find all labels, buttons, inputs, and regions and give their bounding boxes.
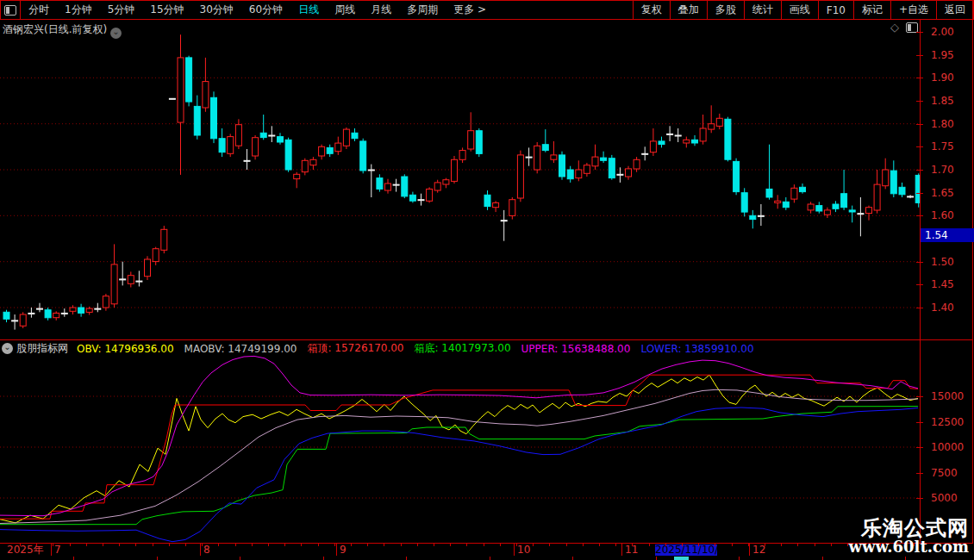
candle	[228, 134, 234, 157]
period-item-多周期[interactable]: 多周期	[399, 3, 446, 17]
candle	[169, 98, 175, 99]
period-item-周线[interactable]: 周线	[327, 3, 363, 17]
indicator-field-MAOBV: MAOBV: 14749199.00	[184, 343, 297, 355]
candle	[642, 146, 648, 160]
candle	[684, 137, 690, 148]
candle	[766, 145, 772, 200]
period-item-30分钟[interactable]: 30分钟	[192, 3, 241, 17]
date-minor-tick	[583, 544, 584, 546]
period-item-1分钟[interactable]: 1分钟	[57, 3, 100, 17]
tool-item-画线[interactable]: 画线	[781, 1, 818, 19]
indicator-collapse-icon[interactable]: ⌄	[2, 343, 13, 354]
strip-tick	[490, 557, 490, 560]
price-tick-mark	[916, 170, 923, 171]
date-axis[interactable]: 2025年 2025/11/10/— 789101112	[0, 543, 973, 557]
period-item-60分钟[interactable]: 60分钟	[241, 3, 290, 17]
candle	[393, 179, 399, 192]
date-minor-tick	[252, 544, 253, 546]
candle	[244, 149, 250, 170]
date-minor-tick	[450, 544, 451, 546]
obv-indicator-chart[interactable]	[0, 340, 920, 543]
period-item-日线[interactable]: 日线	[290, 3, 327, 17]
candle	[824, 208, 830, 218]
candle	[659, 137, 665, 148]
partial-text-fragment	[674, 557, 689, 560]
candle	[269, 126, 275, 142]
candle	[775, 195, 781, 208]
year-label: 2025年	[7, 544, 44, 556]
month-label-10: 10	[517, 544, 530, 556]
candle	[61, 308, 67, 317]
candlestick-chart[interactable]	[0, 19, 920, 339]
date-minor-tick	[169, 544, 170, 546]
watermark: 乐淘公式网 www.60lt.com	[849, 518, 969, 556]
upper-line	[0, 356, 918, 515]
indicator-field-箱顶: 箱顶: 15726170.00	[307, 341, 403, 356]
price-tick-label: 1.80	[931, 118, 971, 130]
indicator-field-OBV: OBV: 14796936.00	[77, 343, 174, 355]
candle	[833, 201, 839, 212]
tool-item-叠加[interactable]: 叠加	[670, 1, 707, 19]
tool-item-多股[interactable]: 多股	[707, 1, 744, 19]
candle	[476, 128, 482, 157]
date-minor-tick	[86, 544, 87, 546]
indicator-source-label: 股朋指标网	[16, 341, 68, 356]
chart-title: 酒钢宏兴(日线.前复权) ⌄	[3, 22, 122, 39]
candle	[20, 312, 26, 328]
collapse-chevron-icon[interactable]: ⌄	[110, 28, 122, 39]
candle	[161, 226, 167, 253]
candle	[883, 159, 889, 190]
candle	[78, 304, 84, 317]
candle	[95, 303, 101, 313]
date-minor-tick	[218, 544, 219, 546]
tool-item-复权[interactable]: 复权	[633, 1, 670, 19]
month-separator	[749, 544, 750, 556]
period-item-月线[interactable]: 月线	[363, 3, 399, 17]
candle	[45, 308, 51, 320]
candle	[890, 160, 896, 197]
candle	[783, 197, 789, 210]
price-tick-mark	[916, 284, 923, 285]
candle	[260, 115, 266, 140]
tool-item-+自选[interactable]: +自选	[890, 1, 936, 19]
candle	[153, 247, 159, 265]
candle	[294, 172, 300, 189]
candle	[145, 256, 151, 280]
candle	[452, 156, 458, 184]
panel-split-icon[interactable]	[906, 22, 918, 33]
date-minor-tick	[500, 544, 501, 546]
candle	[128, 271, 134, 287]
candle	[750, 210, 756, 228]
tool-item-返回[interactable]: 返回	[936, 1, 973, 19]
candle	[402, 174, 408, 198]
layout-toggle-button[interactable]	[1, 1, 21, 19]
candle	[849, 206, 855, 223]
indicator-tick-mark	[916, 396, 923, 397]
tool-item-标记[interactable]: 标记	[853, 1, 890, 19]
date-minor-tick	[682, 544, 683, 546]
period-item-更多 >[interactable]: 更多 >	[446, 3, 494, 17]
date-minor-tick	[549, 544, 550, 546]
candle	[592, 145, 598, 170]
indicator-field-箱底: 箱底: 14017973.00	[415, 341, 511, 356]
candle	[136, 271, 142, 286]
price-tick-mark	[916, 32, 923, 33]
period-item-分时[interactable]: 分时	[21, 3, 57, 17]
candle	[459, 147, 465, 163]
period-item-5分钟[interactable]: 5分钟	[100, 3, 143, 17]
candle	[874, 170, 880, 214]
period-menu: 分时1分钟5分钟15分钟30分钟60分钟日线周线月线多周期更多 >	[21, 3, 494, 17]
tool-item-F10[interactable]: F10	[818, 1, 853, 19]
tool-item-统计[interactable]: 统计	[744, 1, 781, 19]
diamond-marker-icon[interactable]: ◇	[890, 21, 899, 34]
candle	[509, 197, 515, 220]
date-minor-tick	[732, 544, 733, 546]
month-label-9: 9	[340, 544, 347, 556]
strip-tick	[822, 557, 823, 560]
selected-date-badge: 2025/11/10/—	[655, 544, 717, 556]
period-item-15分钟[interactable]: 15分钟	[142, 3, 191, 17]
indicator-tick-label: 5000	[931, 492, 971, 504]
strip-tick	[739, 557, 740, 560]
date-minor-tick	[417, 544, 418, 546]
candle	[816, 202, 822, 213]
